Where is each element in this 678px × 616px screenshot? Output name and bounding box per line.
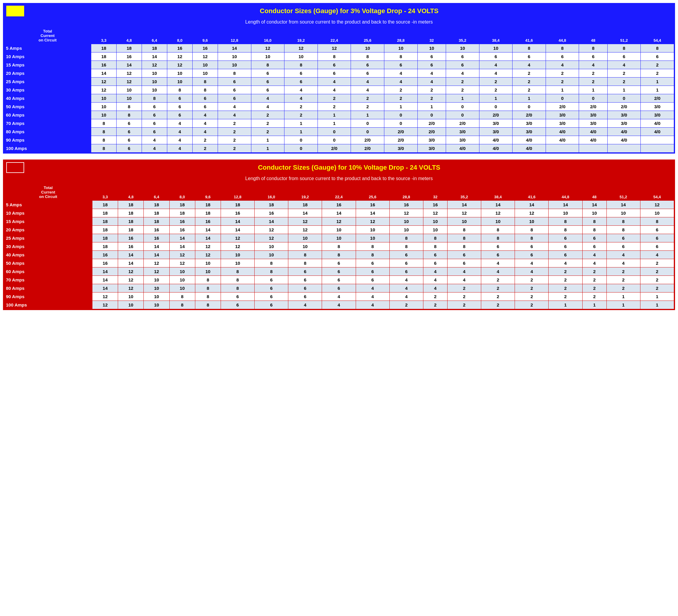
table-cell: 2 xyxy=(447,293,481,301)
table-cell: 4 xyxy=(142,144,167,153)
table-cell: 2 xyxy=(384,86,418,94)
table-cell: 14 xyxy=(92,284,118,293)
column-header: 12,8 xyxy=(221,184,254,201)
table-title: Conductor Sizes (Gauge) for 3% Voltage D… xyxy=(27,7,672,15)
table-cell: 2 xyxy=(606,284,640,293)
column-header: 44,8 xyxy=(545,28,579,44)
table-cell: 14 xyxy=(549,201,582,209)
table-cell: 8 xyxy=(288,251,322,259)
table-cell: 3/0 xyxy=(417,144,446,153)
table-cell: 14 xyxy=(92,276,118,284)
table-cell: 10 xyxy=(251,52,285,61)
table-cell: 6 xyxy=(117,119,142,128)
table-cell: 6 xyxy=(251,78,285,86)
column-header: 16,0 xyxy=(251,28,285,44)
table-cell: 2 xyxy=(193,136,218,144)
table-cell: 8 xyxy=(221,284,254,293)
table-cell: 6 xyxy=(288,276,322,284)
table-cell: 4 xyxy=(607,61,641,69)
table-cell: 6 xyxy=(288,267,322,276)
table-cell: 2 xyxy=(579,78,607,86)
table-cell: 2 xyxy=(351,103,384,111)
table-cell: 12 xyxy=(167,61,193,69)
table-cell: 3/0 xyxy=(545,119,579,128)
table-cell: 18 xyxy=(142,44,167,52)
table-cell: 3/0 xyxy=(479,128,513,136)
table-cell: 4 xyxy=(251,103,285,111)
table-cell: 10 xyxy=(193,69,218,78)
column-header: 38,4 xyxy=(481,184,515,201)
table-cell: 8 xyxy=(356,251,389,259)
table-cell: 4/0 xyxy=(446,144,479,153)
table-cell: 10 xyxy=(640,209,674,217)
table-cell: 4/0 xyxy=(479,144,513,153)
table-cell: 14 xyxy=(515,201,549,209)
table-cell: 2/0 xyxy=(351,144,384,153)
table-cell: 2/0 xyxy=(417,119,446,128)
table-cell: 0 xyxy=(479,103,513,111)
table-cell: 6 xyxy=(322,284,356,293)
table-cell: 8 xyxy=(167,86,193,94)
table-cell: 6 xyxy=(640,226,674,234)
table-cell: 4 xyxy=(142,136,167,144)
table-cell: 6 xyxy=(117,128,142,136)
table-cell: 16 xyxy=(117,52,142,61)
table-cell: 10 xyxy=(288,242,322,251)
table-cell: 16 xyxy=(389,201,423,209)
table-cell: 10 xyxy=(255,251,288,259)
table-cell: 8 xyxy=(322,242,356,251)
table-cell: 10 xyxy=(91,111,117,119)
table-cell: 12 xyxy=(193,52,218,61)
column-header: 22,4 xyxy=(322,184,356,201)
table-cell: 16 xyxy=(144,226,170,234)
table-cell: 4 xyxy=(545,61,579,69)
table-cell: 14 xyxy=(144,251,170,259)
table-cell: 10 xyxy=(549,209,582,217)
column-header: 54,4 xyxy=(641,28,674,44)
table-cell: 10 xyxy=(91,94,117,103)
table-cell: 4 xyxy=(322,301,356,309)
table-cell: 8 xyxy=(423,234,447,242)
table-cell: 12 xyxy=(195,251,221,259)
table-cell: 6 xyxy=(142,128,167,136)
table-cell: 0 xyxy=(317,136,351,144)
table-cell: 3/0 xyxy=(641,103,674,111)
table-cell: 1 xyxy=(640,293,674,301)
table-cell: 8 xyxy=(606,226,640,234)
table-cell: 10 xyxy=(170,284,195,293)
table-cell: 8 xyxy=(195,293,221,301)
table-cell: 16 xyxy=(167,44,193,52)
table-cell: 6 xyxy=(447,259,481,267)
table-row: 20 Amps141210101086666444422222 xyxy=(4,69,674,78)
table-cell: 2 xyxy=(423,293,447,301)
title-row: Conductor Sizes (Gauge) for 10% Voltage … xyxy=(4,160,674,175)
row-label: 10 Amps xyxy=(4,52,91,61)
data-table: Total Current on Circuit3,34,86,48,09,61… xyxy=(4,27,674,153)
table-cell: 16 xyxy=(92,259,118,267)
table-cell: 10 xyxy=(167,78,193,86)
table-cell: 8 xyxy=(513,44,546,52)
table-cell: 6 xyxy=(549,242,582,251)
table-cell: 18 xyxy=(118,226,144,234)
table-cell: 8 xyxy=(582,226,606,234)
table-cell: 2 xyxy=(640,259,674,267)
table-cell: 6 xyxy=(351,61,384,69)
table-cell: 12 xyxy=(221,234,254,242)
table-cell xyxy=(607,144,641,153)
table-cell: 14 xyxy=(221,226,254,234)
table-cell: 1 xyxy=(351,111,384,119)
row-label: 90 Amps xyxy=(4,293,92,301)
table-cell: 10 xyxy=(479,44,513,52)
table-cell: 10 xyxy=(118,293,144,301)
table-cell: 6 xyxy=(255,276,288,284)
table-cell: 2 xyxy=(479,78,513,86)
table-cell: 4 xyxy=(167,144,193,153)
table-cell: 6 xyxy=(545,52,579,61)
table-cell: 4 xyxy=(582,251,606,259)
table-cell: 6 xyxy=(255,301,288,309)
table-cell: 4 xyxy=(193,128,218,136)
table-cell: 6 xyxy=(255,293,288,301)
table-cell: 10 xyxy=(322,234,356,242)
table-cell: 6 xyxy=(423,259,447,267)
table-row: 5 Amps181818161614121212101010101088888 xyxy=(4,44,674,52)
